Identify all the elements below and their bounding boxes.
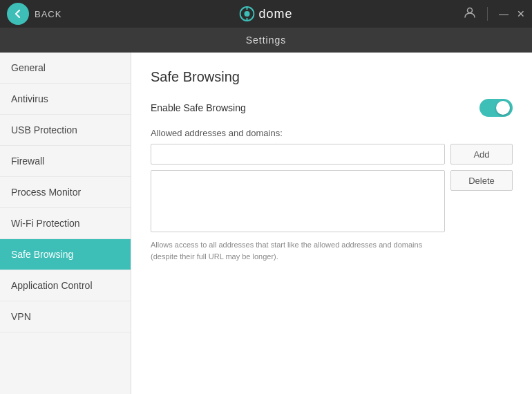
enable-toggle[interactable] [479, 99, 513, 117]
logo-text: dome [258, 7, 292, 21]
sidebar-item-application-control[interactable]: Application Control [0, 270, 131, 301]
sidebar-item-vpn[interactable]: VPN [0, 301, 131, 332]
allowed-label: Allowed addresses and domains: [151, 128, 513, 138]
main-layout: General Antivirus USB Protection Firewal… [0, 53, 532, 394]
user-icon[interactable] [464, 6, 476, 21]
sidebar-item-process-monitor[interactable]: Process Monitor [0, 177, 131, 208]
svg-point-4 [468, 8, 473, 13]
address-input-row: Add [151, 144, 513, 165]
sidebar-item-firewall[interactable]: Firewall [0, 146, 131, 177]
logo: dome [239, 6, 292, 21]
help-text: Allows access to all addresses that star… [151, 239, 441, 262]
svg-point-1 [244, 11, 249, 17]
settings-header: Settings [0, 28, 532, 53]
toggle-slider [479, 99, 513, 117]
sidebar-item-usb-protection[interactable]: USB Protection [0, 115, 131, 146]
address-list-row: Delete [151, 170, 513, 232]
titlebar: BACK dome — ✕ [0, 0, 532, 28]
back-button[interactable] [7, 3, 29, 25]
add-button[interactable]: Add [450, 144, 513, 165]
sidebar-item-safe-browsing[interactable]: Safe Browsing [0, 239, 131, 270]
minimize-button[interactable]: — [499, 8, 509, 19]
settings-title: Settings [246, 35, 287, 46]
right-buttons: Delete [450, 170, 513, 191]
content-area: Safe Browsing Enable Safe Browsing Allow… [131, 53, 532, 394]
address-input[interactable] [151, 144, 445, 165]
sidebar: General Antivirus USB Protection Firewal… [0, 53, 131, 394]
delete-button[interactable]: Delete [450, 170, 513, 191]
back-label: BACK [35, 9, 61, 19]
address-list-textarea[interactable] [151, 170, 445, 232]
logo-icon [239, 6, 254, 21]
sidebar-item-wifi-protection[interactable]: Wi-Fi Protection [0, 208, 131, 239]
page-title: Safe Browsing [151, 69, 513, 85]
enable-label: Enable Safe Browsing [151, 102, 246, 113]
titlebar-controls: — ✕ [464, 6, 525, 21]
sidebar-item-antivirus[interactable]: Antivirus [0, 84, 131, 115]
titlebar-separator [487, 7, 488, 21]
sidebar-item-general[interactable]: General [0, 53, 131, 84]
close-button[interactable]: ✕ [517, 8, 525, 19]
enable-setting-row: Enable Safe Browsing [151, 99, 513, 117]
